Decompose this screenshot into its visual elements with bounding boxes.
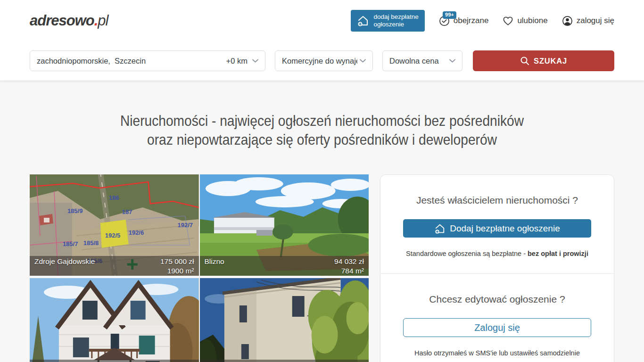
viewed-label: obejrzane (454, 16, 489, 25)
chevron-down-icon (252, 59, 258, 63)
owner-note: Standardowe ogłoszenia są bezpłatne - be… (403, 250, 591, 257)
parcel-label: 187 (122, 208, 132, 215)
parcel-label: 192/5 (105, 232, 120, 239)
login-link[interactable]: zaloguj się (562, 16, 614, 26)
hero: Nieruchomości - najwięcej ogłoszeń nieru… (30, 81, 614, 174)
viewed-link[interactable]: 99+ obejrzane (439, 16, 489, 26)
viewed-count-badge: 99+ (443, 11, 456, 19)
login-label: zaloguj się (577, 16, 614, 25)
price-select[interactable]: Dowolna cena (382, 50, 462, 71)
location-value: zachodniopomorskie, Szczecin (37, 57, 146, 66)
price-value: Dowolna cena (389, 57, 439, 66)
logo-tld: pl (98, 12, 108, 29)
listing-grid: 186 187 185/9 192/5 192/6 192/7 185/7 18… (30, 174, 369, 362)
add-free-listing-button[interactable]: Dodaj bezpłatne ogłoszenie (403, 219, 591, 238)
owner-title: Jesteś właścicielem nieruchomości ? (403, 195, 591, 206)
add-free-listing-label: Dodaj bezpłatne ogłoszenie (450, 223, 560, 234)
logo-name: adresowo (30, 12, 94, 29)
listing-price: 94 032 zł (334, 257, 364, 265)
listing-caption: Zdroje Gajdowskie 175 000 zł 1900 m² (30, 256, 199, 276)
parcel-label: 185/9 (67, 207, 83, 214)
owner-panel: Jesteś właścicielem nieruchomości ? Doda… (380, 174, 614, 362)
listing-card[interactable]: 186 187 185/9 192/5 192/6 192/7 185/7 18… (30, 174, 199, 276)
search-button-label: SZUKAJ (534, 57, 567, 66)
listing-area: 1900 m² (167, 267, 194, 275)
owner-section: Jesteś właścicielem nieruchomości ? Doda… (380, 175, 614, 273)
favorites-label: ulubione (517, 16, 547, 25)
sidebar-login-button[interactable]: Zaloguj się (403, 318, 591, 337)
page-title: Nieruchomości - najwięcej ogłoszeń nieru… (65, 111, 579, 149)
house-plus-icon (434, 223, 446, 234)
listing-caption: Blizno 94 032 zł 784 m² (200, 256, 369, 276)
listing-card[interactable]: Pyki, ul. Graniczna 270 000 zł (200, 278, 369, 362)
top-bar: adresowo.pl dodaj bezpłatne ogłoszenie (0, 0, 644, 81)
listing-name: Blizno (205, 257, 224, 276)
radius-select[interactable]: +0 km (226, 57, 258, 66)
parcel-label: 185/8 (83, 239, 99, 247)
chevron-down-icon (360, 59, 366, 63)
parcel-label: 192/7 (178, 222, 193, 229)
parcel-label: 185/7 (63, 240, 78, 247)
parcel-label: 186 (109, 194, 119, 201)
listing-card[interactable]: Zakrzewo Kościelne 1 250 000 zł (30, 278, 199, 362)
header: adresowo.pl dodaj bezpłatne ogłoszenie (30, 0, 614, 41)
listing-name: Zdroje Gajdowskie (34, 257, 95, 276)
logo[interactable]: adresowo.pl (30, 12, 108, 29)
search-bar: zachodniopomorskie, Szczecin +0 km Komer… (30, 41, 614, 81)
location-input[interactable]: zachodniopomorskie, Szczecin +0 km (30, 50, 265, 71)
listing-caption: Pyki, ul. Graniczna 270 000 zł (200, 360, 369, 362)
edit-title: Chcesz edytować ogłoszenie ? (403, 294, 591, 305)
add-listing-label: dodaj bezpłatne ogłoszenie (373, 13, 418, 28)
heart-icon (503, 16, 513, 26)
category-select[interactable]: Komercyjne do wynaję (275, 50, 373, 71)
chevron-down-icon (449, 59, 455, 63)
listing-photo-house2 (200, 278, 369, 362)
add-listing-button[interactable]: dodaj bezpłatne ogłoszenie (351, 10, 424, 32)
listing-card[interactable]: Blizno 94 032 zł 784 m² (200, 174, 369, 276)
parcel-label: 192/6 (129, 229, 144, 236)
user-circle-icon (562, 16, 573, 26)
radius-value: +0 km (226, 57, 248, 66)
listing-area: 784 m² (341, 267, 364, 275)
listing-photo-house (30, 278, 199, 362)
magnifier-icon (520, 56, 529, 66)
header-actions: dodaj bezpłatne ogłoszenie 99+ obejrzane (351, 10, 614, 32)
search-button[interactable]: SZUKAJ (473, 50, 614, 71)
favorites-link[interactable]: ulubione (503, 16, 547, 26)
edit-note: Hasło otrzymałeś w SMS'ie lub ustawiłeś … (403, 349, 591, 357)
edit-section: Chcesz edytować ogłoszenie ? Zaloguj się… (380, 274, 614, 362)
house-plus-icon (357, 15, 369, 27)
listing-caption: Zakrzewo Kościelne 1 250 000 zł (30, 360, 199, 362)
category-value: Komercyjne do wynaję (282, 57, 357, 66)
listing-price: 175 000 zł (160, 257, 194, 265)
